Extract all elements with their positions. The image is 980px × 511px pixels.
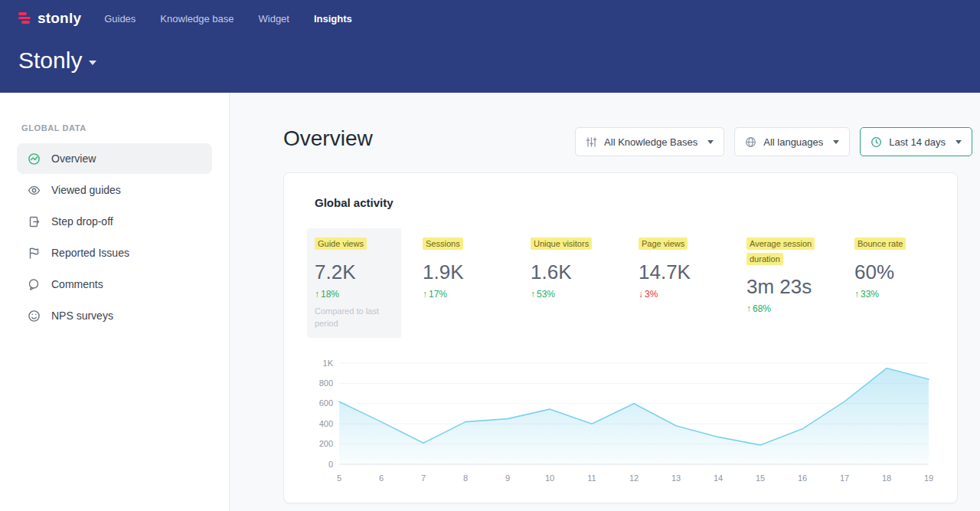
metric-label: Average session duration	[746, 237, 815, 265]
nav-widget[interactable]: Widget	[259, 8, 289, 29]
svg-text:19: 19	[924, 473, 933, 483]
globe-icon	[745, 136, 756, 148]
flag-icon	[28, 247, 41, 260]
top-nav: stonly Guides Knowledge base Widget Insi…	[18, 6, 962, 31]
nav-guides[interactable]: Guides	[104, 8, 136, 29]
metric-note: Compared to last period	[315, 306, 394, 330]
step-dropoff-icon	[28, 215, 41, 228]
svg-text:16: 16	[798, 473, 807, 483]
svg-text:6: 6	[379, 473, 384, 483]
metric-label: Sessions	[423, 237, 463, 250]
svg-text:15: 15	[756, 473, 765, 483]
sidebar-item-label: Overview	[51, 152, 96, 165]
metric-label: Guide views	[315, 237, 367, 250]
arrow-up-icon: ↑	[746, 303, 751, 314]
sidebar-item-viewed-guides[interactable]: Viewed guides	[17, 175, 212, 205]
metric-label: Unique visitors	[531, 237, 592, 250]
svg-text:5: 5	[337, 473, 341, 483]
svg-text:400: 400	[319, 419, 333, 428]
workspace-name: Stonly	[18, 47, 82, 74]
nav-items: Guides Knowledge base Widget Insights	[104, 8, 352, 29]
metric-value: 3m 23s	[746, 275, 825, 299]
date-range-filter[interactable]: Last 14 days	[860, 127, 972, 156]
metric-bounce-rate[interactable]: Bounce rate 60% ↑33%	[847, 228, 941, 338]
activity-chart-container: 02004006008001K5678910111213141516171819	[307, 355, 935, 487]
nav-insights[interactable]: Insights	[314, 8, 352, 29]
activity-chart: 02004006008001K5678910111213141516171819	[307, 355, 935, 487]
sidebar-item-reported-issues[interactable]: Reported Issues	[17, 237, 212, 268]
metric-guide-views[interactable]: Guide views 7.2K ↑18% Compared to last p…	[307, 228, 401, 338]
svg-text:7: 7	[421, 473, 426, 483]
svg-text:600: 600	[319, 398, 333, 408]
top-header: stonly Guides Knowledge base Widget Insi…	[0, 0, 980, 93]
languages-filter[interactable]: All languages	[734, 127, 850, 156]
svg-text:800: 800	[319, 378, 333, 388]
svg-text:17: 17	[840, 473, 849, 483]
chevron-down-icon	[89, 61, 96, 65]
eye-icon	[28, 184, 41, 197]
svg-text:14: 14	[714, 473, 723, 483]
filters-row: All Knowledge Bases All languages Last 1…	[575, 127, 972, 156]
nav-knowledge-base[interactable]: Knowledge base	[160, 8, 234, 29]
sidebar-item-label: Viewed guides	[51, 184, 121, 196]
metric-unique-visitors[interactable]: Unique visitors 1.6K ↑53%	[523, 228, 617, 338]
svg-text:18: 18	[882, 473, 891, 483]
chevron-down-icon	[707, 140, 714, 144]
arrow-down-icon: ↓	[639, 289, 643, 300]
metric-label: Page views	[639, 237, 688, 250]
sidebar: GLOBAL DATA Overview Viewed guides Step …	[0, 93, 230, 511]
sidebar-item-overview[interactable]: Overview	[17, 143, 212, 174]
knowledge-bases-filter[interactable]: All Knowledge Bases	[575, 127, 724, 156]
metric-value: 1.6K	[531, 260, 609, 284]
filter-label: All Knowledge Bases	[604, 136, 697, 148]
sliders-icon	[586, 136, 597, 148]
metric-delta: ↓3%	[639, 289, 717, 300]
sidebar-item-label: Step drop-off	[51, 215, 113, 228]
svg-text:9: 9	[505, 473, 510, 483]
metric-value: 14.7K	[639, 260, 717, 284]
smiley-icon	[28, 310, 41, 323]
svg-text:200: 200	[319, 439, 333, 448]
metric-value: 60%	[854, 260, 933, 284]
stonly-logo[interactable]: stonly	[18, 10, 81, 27]
sidebar-section-title: GLOBAL DATA	[21, 123, 229, 133]
arrow-up-icon: ↑	[531, 289, 535, 300]
card-title: Global activity	[315, 196, 394, 209]
metric-delta: ↑53%	[531, 289, 609, 300]
stonly-logo-icon	[18, 12, 32, 25]
clock-icon	[871, 136, 882, 148]
metric-delta: ↑18%	[315, 289, 394, 300]
sidebar-item-label: Reported Issues	[51, 247, 129, 259]
logo-text: stonly	[38, 10, 81, 27]
svg-text:10: 10	[545, 473, 554, 483]
overview-icon	[28, 152, 41, 165]
chevron-down-icon	[833, 140, 839, 144]
sidebar-item-label: NPS surveys	[51, 310, 113, 322]
metric-sessions[interactable]: Sessions 1.9K ↑17%	[415, 228, 509, 338]
sidebar-item-label: Comments	[51, 278, 103, 290]
page-title: Overview	[283, 126, 373, 151]
chevron-down-icon	[956, 140, 962, 144]
arrow-up-icon: ↑	[315, 289, 319, 300]
svg-text:0: 0	[328, 460, 333, 469]
metric-page-views[interactable]: Page views 14.7K ↓3%	[631, 228, 725, 338]
sidebar-item-comments[interactable]: Comments	[17, 269, 212, 300]
comment-icon	[28, 278, 41, 291]
sidebar-item-nps-surveys[interactable]: NPS surveys	[17, 300, 212, 331]
main-content: Overview All Knowledge Bases All languag…	[230, 93, 980, 511]
metric-delta: ↑17%	[423, 289, 501, 300]
svg-text:1K: 1K	[323, 359, 334, 368]
svg-text:13: 13	[671, 473, 681, 483]
sidebar-item-step-drop-off[interactable]: Step drop-off	[17, 206, 212, 237]
arrow-up-icon: ↑	[854, 289, 859, 300]
arrow-up-icon: ↑	[423, 289, 427, 300]
metric-label: Bounce rate	[854, 237, 906, 250]
workspace-switcher[interactable]: Stonly	[18, 47, 96, 74]
metrics-row: Guide views 7.2K ↑18% Compared to last p…	[307, 228, 941, 338]
svg-text:8: 8	[463, 473, 468, 483]
svg-text:11: 11	[587, 473, 596, 483]
filter-label: Last 14 days	[889, 136, 946, 148]
metric-delta: ↑68%	[746, 303, 825, 314]
filter-label: All languages	[763, 136, 823, 148]
metric-avg-session-duration[interactable]: Average session duration 3m 23s ↑68%	[739, 228, 833, 338]
